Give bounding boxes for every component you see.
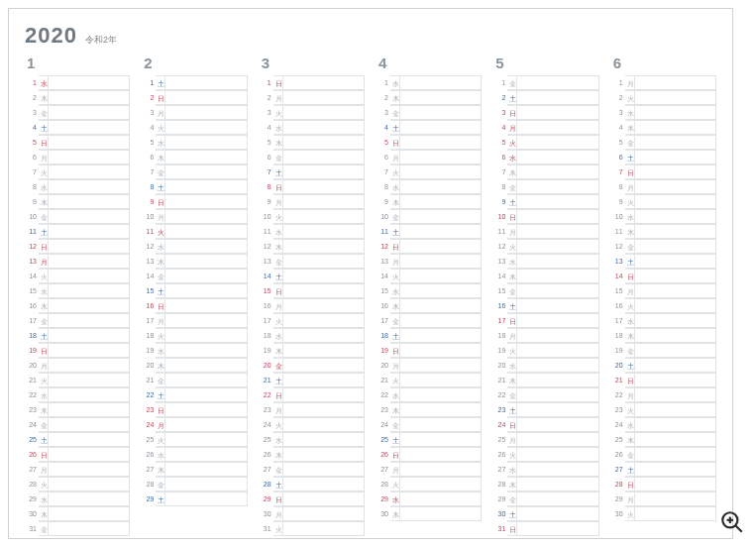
zoom-button[interactable] — [718, 509, 746, 537]
day-number: 21 — [142, 373, 156, 387]
day-row: 7土 — [260, 164, 365, 179]
day-weekday: 木 — [390, 506, 400, 521]
day-cell — [49, 224, 130, 239]
day-row: 18月 — [493, 328, 598, 343]
day-cell — [165, 150, 247, 164]
day-cell — [283, 373, 365, 387]
day-weekday: 月 — [39, 254, 49, 269]
day-number: 31 — [25, 521, 39, 536]
day-weekday: 土 — [507, 298, 517, 313]
day-cell — [517, 283, 598, 298]
day-row: 23木 — [25, 402, 130, 417]
day-weekday: 土 — [390, 328, 400, 343]
day-row: 3金 — [25, 105, 130, 120]
day-cell — [635, 150, 716, 164]
day-number: 10 — [493, 209, 507, 224]
day-row: 7日 — [611, 164, 716, 179]
page-header: 2020 令和2年 — [25, 23, 716, 49]
day-row: 21土 — [260, 373, 365, 387]
day-number: 17 — [377, 313, 390, 328]
day-weekday: 日 — [273, 283, 283, 298]
day-cell — [283, 298, 365, 313]
day-weekday: 火 — [39, 477, 49, 492]
day-weekday: 金 — [39, 521, 49, 536]
day-number: 5 — [260, 135, 273, 150]
day-number: 30 — [25, 506, 39, 521]
day-row: 22月 — [611, 387, 716, 402]
day-row: 14木 — [493, 269, 598, 283]
day-weekday: 火 — [39, 373, 49, 387]
day-cell — [165, 209, 247, 224]
day-cell — [49, 164, 130, 179]
day-row: 19火 — [493, 343, 598, 358]
day-number: 18 — [142, 328, 156, 343]
day-row: 24火 — [260, 417, 365, 432]
day-row: 10金 — [25, 209, 130, 224]
day-number: 18 — [260, 328, 273, 343]
day-number: 9 — [611, 194, 625, 209]
day-row: 3水 — [611, 105, 716, 120]
day-cell — [165, 447, 247, 462]
day-weekday: 日 — [156, 402, 165, 417]
day-weekday: 水 — [507, 358, 517, 373]
month-label: 6 — [611, 55, 716, 71]
day-number: 5 — [493, 135, 507, 150]
day-number: 9 — [142, 194, 156, 209]
day-number: 29 — [377, 492, 390, 506]
day-row: 17月 — [142, 313, 247, 328]
day-weekday: 木 — [625, 224, 635, 239]
day-number: 21 — [377, 373, 390, 387]
day-row: 14金 — [142, 269, 247, 283]
day-number: 10 — [142, 209, 156, 224]
day-row: 18土 — [25, 328, 130, 343]
day-weekday: 木 — [273, 343, 283, 358]
day-cell — [49, 194, 130, 209]
day-weekday: 木 — [390, 194, 400, 209]
day-cell — [400, 209, 482, 224]
day-number: 10 — [611, 209, 625, 224]
day-row: 24金 — [377, 417, 482, 432]
day-row: 4月 — [493, 120, 598, 135]
day-weekday: 水 — [625, 417, 635, 432]
day-cell — [165, 254, 247, 269]
day-weekday: 金 — [625, 447, 635, 462]
day-row: 6木 — [142, 150, 247, 164]
day-number: 4 — [493, 120, 507, 135]
day-weekday: 木 — [507, 477, 517, 492]
day-number: 19 — [377, 343, 390, 358]
day-weekday: 火 — [625, 402, 635, 417]
day-cell — [635, 313, 716, 328]
day-cell — [635, 328, 716, 343]
day-weekday: 日 — [273, 492, 283, 506]
day-cell — [400, 402, 482, 417]
day-number: 23 — [260, 402, 273, 417]
day-row: 3月 — [142, 105, 247, 120]
day-row: 21火 — [377, 373, 482, 387]
day-cell — [400, 164, 482, 179]
day-weekday: 日 — [273, 179, 283, 194]
day-cell — [283, 417, 365, 432]
day-number: 5 — [611, 135, 625, 150]
day-cell — [400, 224, 482, 239]
day-number: 18 — [377, 328, 390, 343]
day-weekday: 火 — [156, 328, 165, 343]
day-cell — [165, 224, 247, 239]
day-number: 28 — [377, 477, 390, 492]
day-cell — [517, 239, 598, 254]
day-cell — [400, 506, 482, 521]
day-weekday: 土 — [507, 194, 517, 209]
day-number: 1 — [377, 75, 390, 90]
day-cell — [517, 358, 598, 373]
day-number: 26 — [142, 447, 156, 462]
day-cell — [517, 150, 598, 164]
day-weekday: 土 — [156, 179, 165, 194]
day-weekday: 金 — [507, 387, 517, 402]
day-number: 19 — [25, 343, 39, 358]
month-column: 51金2土3日4月5火6水7木8金9土10日11月12火13水14木15金16土… — [493, 55, 598, 536]
day-row: 25土 — [25, 432, 130, 447]
day-row: 28日 — [611, 477, 716, 492]
day-cell — [400, 269, 482, 283]
day-number: 19 — [260, 343, 273, 358]
day-cell — [635, 75, 716, 90]
day-cell — [517, 105, 598, 120]
